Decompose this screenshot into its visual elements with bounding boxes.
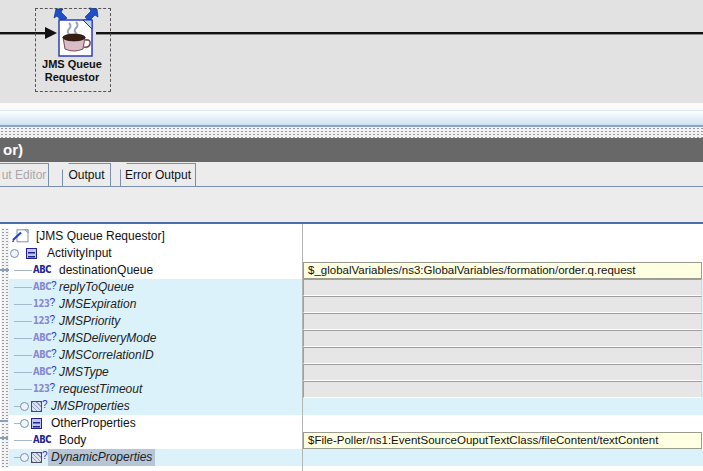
edge-marker: [0, 437, 8, 439]
tree-connector: [14, 321, 32, 322]
tree-row: ABC?JMSCorrelationID: [9, 347, 703, 364]
tree-row-label[interactable]: JMSPriority: [59, 313, 120, 330]
value-cell[interactable]: [303, 381, 702, 398]
value-cell[interactable]: [303, 313, 702, 330]
tree-row: ABCBody$File-Poller/ns1:EventSourceOuput…: [9, 432, 703, 449]
tree-row: ABCdestinationQueue$_globalVariables/ns3…: [9, 262, 703, 279]
tree-row: [JMS Queue Requestor]: [9, 228, 703, 245]
value-cell[interactable]: $_globalVariables/ns3:GlobalVariables/fo…: [303, 262, 702, 279]
tree-connector: [14, 287, 32, 288]
tree-row-label[interactable]: ActivityInput: [47, 245, 112, 262]
value-cell[interactable]: [303, 296, 702, 313]
string-optional-icon: ABC?: [33, 350, 57, 361]
activity-label[interactable]: JMS Queue Requestor: [17, 58, 127, 84]
tree-row: ABC?JMSType: [9, 364, 703, 381]
tree-row-label[interactable]: destinationQueue: [59, 262, 153, 279]
value-column-divider[interactable]: [302, 224, 303, 471]
tree-row-label[interactable]: [JMS Queue Requestor]: [36, 228, 165, 245]
tree-row: OtherProperties: [9, 415, 703, 432]
tree-row-label[interactable]: replyToQueue: [59, 279, 134, 296]
integer-optional-icon: 123?: [33, 299, 55, 310]
panel-texture-strip: [0, 127, 703, 138]
tree-row-label[interactable]: Body: [59, 432, 86, 449]
complex-optional-icon: ?: [31, 401, 48, 412]
tree-row: 123?requestTimeout: [9, 381, 703, 398]
outgoing-transition-line: [96, 32, 703, 34]
complex-optional-icon: ?: [31, 452, 48, 463]
tab-bar: ut Editor Output Error Output: [0, 162, 703, 186]
tree-connector: [14, 372, 32, 373]
tree-row: ?JMSProperties: [9, 398, 703, 415]
value-cell[interactable]: [303, 364, 702, 381]
tree-row: ?DynamicProperties: [9, 449, 703, 466]
string-icon: ABC: [33, 265, 51, 276]
integer-optional-icon: 123?: [33, 316, 55, 327]
activity-input-tree: [JMS Queue Requestor]ActivityInputABCdes…: [0, 224, 703, 471]
element-icon: [31, 418, 42, 429]
tree-row-label[interactable]: JMSProperties: [51, 398, 130, 415]
collapsed-handle-icon[interactable]: [20, 453, 29, 462]
tree-row-label[interactable]: requestTimeout: [59, 381, 142, 398]
value-cell[interactable]: $File-Poller/ns1:EventSourceOuputTextCla…: [303, 432, 702, 449]
designer-window: JMS Queue Requestor or) ut Editor Output…: [0, 0, 703, 471]
tree-connector: [14, 304, 32, 305]
input-document-icon: [12, 230, 30, 241]
tree-row-label[interactable]: JMSExpiration: [59, 296, 136, 313]
collapsed-handle-icon[interactable]: [20, 419, 29, 428]
value-cell[interactable]: [303, 330, 702, 347]
value-cell[interactable]: [303, 347, 702, 364]
tree-row-label[interactable]: DynamicProperties: [48, 449, 155, 466]
tree-row: 123?JMSExpiration: [9, 296, 703, 313]
integer-optional-icon: 123?: [33, 384, 55, 395]
tab-input-editor[interactable]: ut Editor: [0, 163, 49, 186]
string-optional-icon: ABC?: [33, 367, 57, 378]
tab-output[interactable]: Output: [62, 163, 111, 186]
arrow-out-icon: [85, 8, 98, 21]
tree-connector: [14, 389, 32, 390]
tree-connector: [14, 440, 32, 441]
jms-queue-requestor-icon[interactable]: [51, 7, 101, 59]
canvas-lower-margin: [0, 103, 703, 110]
tree-row: ABC?replyToQueue: [9, 279, 703, 296]
tree-row: ActivityInput: [9, 245, 703, 262]
string-optional-icon: ABC?: [33, 333, 57, 344]
activity-label-line1: JMS Queue: [17, 58, 127, 71]
tree-connector: [14, 355, 32, 356]
tree-row-label[interactable]: JMSType: [59, 364, 109, 381]
tree-left-texture: [1, 228, 9, 468]
tree-connector: [14, 270, 32, 271]
collapsed-handle-icon[interactable]: [20, 402, 29, 411]
tree-row-label[interactable]: JMSDeliveryMode: [59, 330, 156, 347]
value-cell[interactable]: [303, 279, 702, 296]
horizontal-splitter[interactable]: [0, 110, 703, 127]
edge-marker: [0, 420, 8, 422]
tree-row: 123?JMSPriority: [9, 313, 703, 330]
element-icon: [26, 248, 37, 259]
activity-input-toolbar: Activity Input: !: [0, 187, 703, 222]
tree-connector: [14, 338, 32, 339]
tree-row-label[interactable]: OtherProperties: [51, 415, 136, 432]
tab-error-output[interactable]: Error Output: [120, 163, 196, 186]
activity-label-line2: Requestor: [17, 71, 127, 84]
panel-title: or): [0, 138, 703, 162]
string-optional-icon: ABC?: [33, 282, 57, 293]
expanded-handle-icon[interactable]: [10, 249, 19, 258]
tree-row: ABC?JMSDeliveryMode: [9, 330, 703, 347]
string-icon: ABC: [33, 435, 51, 446]
tree-row-label[interactable]: JMSCorrelationID: [59, 347, 154, 364]
